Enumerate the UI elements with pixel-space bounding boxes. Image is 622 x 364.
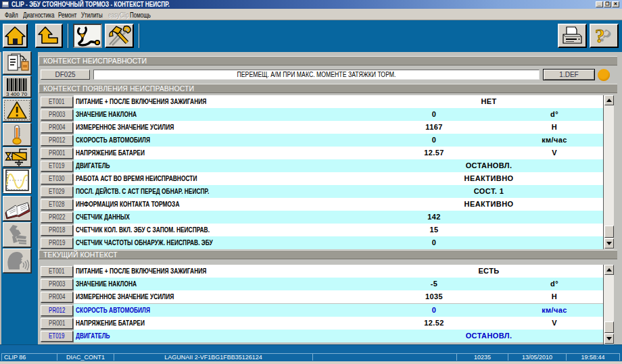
- svg-text:?: ?: [595, 25, 605, 47]
- svg-text:3 400 70: 3 400 70: [6, 91, 28, 97]
